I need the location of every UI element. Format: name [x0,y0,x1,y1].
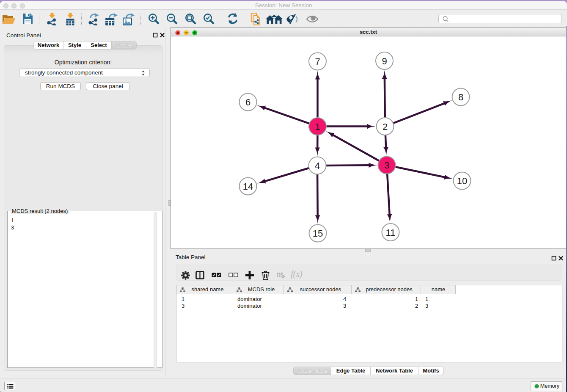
svg-text:3: 3 [384,160,389,171]
svg-text:14: 14 [243,181,253,192]
svg-text:6: 6 [245,97,250,108]
svg-text:1: 1 [315,121,320,132]
svg-text:11: 11 [386,227,396,238]
svg-text:15: 15 [313,228,323,239]
svg-text:4: 4 [315,160,320,171]
svg-text:9: 9 [382,56,387,66]
svg-text:2: 2 [383,121,388,132]
svg-text:8: 8 [458,92,463,102]
svg-text:10: 10 [457,176,467,186]
svg-text:7: 7 [315,56,320,67]
